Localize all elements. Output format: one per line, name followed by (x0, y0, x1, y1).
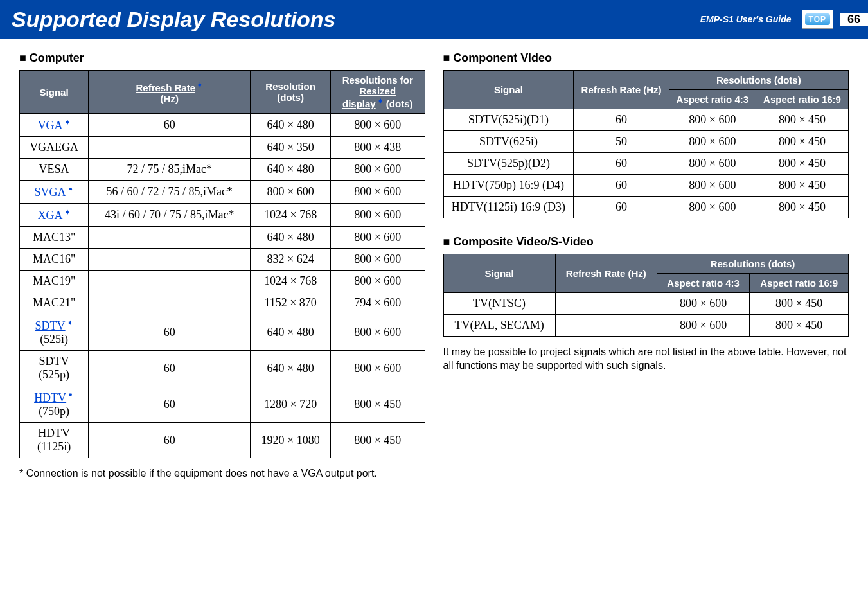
table-row: HDTV(1125i)601920 × 1080800 × 450 (20, 423, 425, 458)
resized-cell: 800 × 600 (330, 249, 425, 271)
a43-cell: 800 × 600 (669, 131, 756, 153)
resized-cell: 800 × 600 (330, 114, 425, 137)
th-res: Resolutions (dots) (657, 254, 848, 274)
glossary-arrow-icon[interactable]: ➧ (64, 118, 71, 127)
signal-cell: SDTV(625i) (443, 131, 574, 153)
a169-cell: 800 × 450 (756, 175, 848, 197)
glossary-arrow-icon[interactable]: ➧ (67, 318, 73, 327)
table-row: TV(PAL, SECAM)800 × 600800 × 450 (443, 315, 849, 337)
refresh-cell: 60 (89, 386, 251, 423)
a169-cell: 800 × 450 (750, 315, 849, 337)
signal-cell: HDTV➧(750p) (20, 386, 89, 423)
page-number: 66 (840, 13, 868, 26)
glossary-arrow-icon[interactable]: ➧ (67, 390, 74, 399)
resolution-cell: 640 × 480 (251, 159, 331, 181)
signal-cell: HDTV(750p) 16:9 (D4) (443, 175, 574, 197)
table-header-row: Signal Refresh Rate➧(Hz) Resolution(dots… (20, 71, 425, 114)
glossary-arrow-icon[interactable]: ➧ (377, 96, 384, 105)
table-row: SDTV(625i)50800 × 600800 × 450 (443, 131, 849, 153)
table-row: SDTV(525p)60640 × 480800 × 600 (20, 351, 425, 386)
signal-cell: HDTV(1125i) (20, 423, 89, 458)
resolution-cell: 640 × 480 (251, 114, 331, 137)
glossary-link[interactable]: VGA (38, 119, 63, 132)
table-row: SDTV➧(525i)60640 × 480800 × 600 (20, 314, 425, 351)
glossary-arrow-icon[interactable]: ➧ (67, 184, 74, 193)
a43-cell: 800 × 600 (669, 197, 756, 218)
refresh-cell (555, 293, 657, 315)
refresh-cell: 60 (574, 197, 669, 218)
a43-cell: 800 × 600 (669, 153, 756, 175)
refresh-cell (89, 271, 251, 292)
refresh-cell: 60 (89, 351, 251, 386)
signal-cell: MAC19" (20, 271, 89, 292)
refresh-cell: 43i / 60 / 70 / 75 / 85,iMac* (89, 204, 251, 227)
signal-cell: TV(NTSC) (443, 293, 555, 315)
right-column: ■ Component Video Signal Refresh Rate (H… (443, 51, 849, 481)
resized-cell: 800 × 450 (330, 423, 425, 458)
signal-cell: MAC13" (20, 227, 89, 249)
refresh-cell (89, 292, 251, 314)
composite-table: Signal Refresh Rate (Hz) Resolutions (do… (443, 254, 849, 337)
resized-cell: 800 × 600 (330, 181, 425, 204)
a43-cell: 800 × 600 (657, 293, 749, 315)
signal-cell: MAC21" (20, 292, 89, 314)
refresh-cell (89, 249, 251, 271)
resolution-cell: 640 × 350 (251, 137, 331, 159)
a169-cell: 800 × 450 (750, 293, 849, 315)
refresh-cell: 60 (574, 175, 669, 197)
table-row: MAC16"832 × 624800 × 600 (20, 249, 425, 271)
resized-cell: 800 × 600 (330, 159, 425, 181)
table-row: MAC13"640 × 480800 × 600 (20, 227, 425, 249)
signal-cell: SDTV(525p)(D2) (443, 153, 574, 175)
refresh-cell (89, 227, 251, 249)
th-a43: Aspect ratio 4:3 (669, 90, 756, 109)
glossary-link[interactable]: XGA (38, 209, 63, 222)
computer-table: Signal Refresh Rate➧(Hz) Resolution(dots… (19, 70, 425, 458)
refresh-cell: 60 (574, 153, 669, 175)
th-refresh: Refresh Rate (Hz) (574, 71, 669, 109)
component-table: Signal Refresh Rate (Hz) Resolutions (do… (443, 70, 849, 218)
resolution-cell: 1152 × 870 (251, 292, 331, 314)
refresh-cell: 60 (574, 109, 669, 131)
refresh-cell: 60 (89, 423, 251, 458)
resized-cell: 800 × 600 (330, 227, 425, 249)
glossary-link[interactable]: SVGA (35, 186, 66, 199)
bottom-note: It may be possible to project signals wh… (443, 346, 849, 373)
signal-cell: XGA➧ (20, 204, 89, 227)
page-title: Supported Display Resolutions (12, 7, 335, 32)
a169-cell: 800 × 450 (756, 131, 848, 153)
resized-cell: 800 × 450 (330, 386, 425, 423)
table-row: HDTV➧(750p)601280 × 720800 × 450 (20, 386, 425, 423)
glossary-link[interactable]: SDTV (35, 319, 66, 332)
resized-cell: 800 × 600 (330, 351, 425, 386)
table-row: SVGA➧56 / 60 / 72 / 75 / 85,iMac*800 × 6… (20, 181, 425, 204)
signal-cell: SDTV(525p) (20, 351, 89, 386)
resolution-cell: 1920 × 1080 (251, 423, 331, 458)
resized-cell: 800 × 438 (330, 137, 425, 159)
th-res: Resolutions (dots) (669, 71, 848, 90)
a43-cell: 800 × 600 (669, 175, 756, 197)
left-column: ■ Computer Signal Refresh Rate➧(Hz) Reso… (19, 51, 425, 481)
signal-cell: MAC16" (20, 249, 89, 271)
component-heading: ■ Component Video (443, 51, 849, 65)
resolution-cell: 800 × 600 (251, 181, 331, 204)
table-row: TV(NTSC)800 × 600800 × 450 (443, 293, 849, 315)
th-signal: Signal (443, 254, 555, 293)
top-icon: TOP (805, 13, 830, 25)
table-row: MAC21"1152 × 870794 × 600 (20, 292, 425, 314)
glossary-arrow-icon[interactable]: ➧ (64, 208, 71, 217)
glossary-link[interactable]: HDTV (34, 391, 66, 404)
signal-cell: HDTV(1125i) 16:9 (D3) (443, 197, 574, 218)
glossary-arrow-icon[interactable]: ➧ (197, 80, 203, 89)
refresh-cell: 50 (574, 131, 669, 153)
top-button[interactable]: TOP (802, 10, 833, 29)
table-row: VGA➧60640 × 480800 × 600 (20, 114, 425, 137)
refresh-cell: 60 (89, 114, 251, 137)
table-row: MAC19"1024 × 768800 × 600 (20, 271, 425, 292)
a43-cell: 800 × 600 (657, 315, 749, 337)
table-header-row: Signal Refresh Rate (Hz) Resolutions (do… (443, 254, 849, 274)
composite-heading: ■ Composite Video/S-Video (443, 235, 849, 249)
signal-cell: VGA➧ (20, 114, 89, 137)
a169-cell: 800 × 450 (756, 153, 848, 175)
signal-cell: TV(PAL, SECAM) (443, 315, 555, 337)
